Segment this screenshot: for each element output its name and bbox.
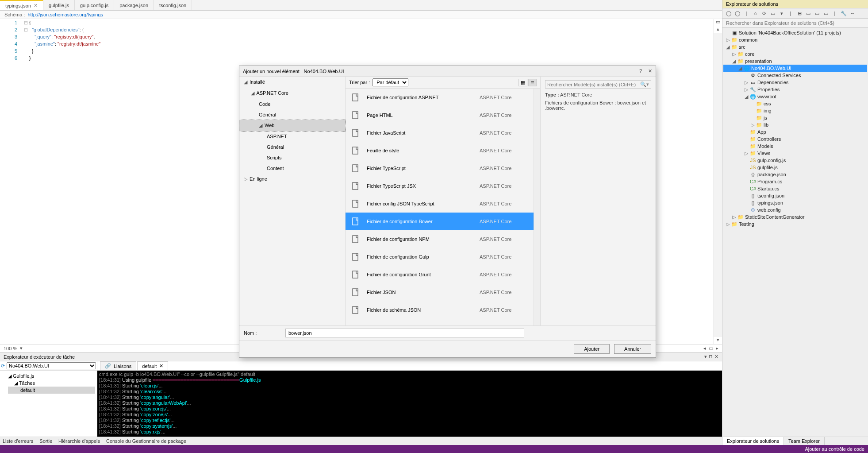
sx-view-icon[interactable]: ▭	[822, 10, 830, 17]
sx-showall-icon[interactable]: ▭	[769, 10, 776, 17]
bottom-tab[interactable]: Sortie	[39, 438, 52, 444]
dialog-installed-header[interactable]: ◢ Installé	[239, 77, 345, 88]
scroll-down-icon[interactable]: ▾	[714, 337, 722, 344]
template-search-input[interactable]	[547, 82, 640, 87]
solution-search-input[interactable]	[722, 19, 868, 27]
solution-tree-node[interactable]: ▷📁Views	[723, 150, 867, 157]
editor-tab[interactable]: package.json	[114, 0, 154, 10]
solution-tree-node[interactable]: ▷🔧Properties	[723, 86, 867, 93]
template-item[interactable]: Page HTMLASP.NET Core	[346, 106, 534, 124]
view-medium-icon[interactable]: ▦	[518, 79, 527, 86]
solution-tree-node[interactable]: {}package.json	[723, 171, 867, 178]
solution-search[interactable]	[722, 19, 868, 28]
task-tab[interactable]: 🔗Liaisons	[100, 361, 136, 370]
dialog-category[interactable]: ◢ ASP.NET Core	[239, 88, 345, 99]
solution-tree-node[interactable]: 📁css	[723, 100, 867, 107]
sx-refresh-icon[interactable]: ▭	[814, 10, 821, 17]
dialog-category[interactable]: Content	[239, 163, 345, 174]
scroll-split-icon[interactable]: ▭	[714, 19, 722, 26]
solution-tree-node[interactable]: ▷📁StaticSiteContentGenerator	[723, 213, 867, 221]
solution-tree-node[interactable]: 📁Models	[723, 143, 867, 150]
task-tree-node[interactable]: ◢ Tâches	[8, 379, 95, 387]
sx-fwd-icon[interactable]: ◯	[734, 10, 741, 17]
tab-close-icon[interactable]: ✕	[34, 3, 38, 8]
editor-tab[interactable]: gulp.config.js	[75, 0, 114, 10]
dialog-category[interactable]: ASP.NET	[239, 131, 345, 142]
zoom-nav-icon[interactable]: ▭	[709, 345, 713, 351]
task-tree-node[interactable]: default	[8, 387, 95, 394]
task-tree-node[interactable]: ◢ Gulpfile.js	[8, 372, 95, 379]
sx-wrench-icon[interactable]: 🔧	[840, 10, 847, 17]
dialog-category[interactable]: Général	[239, 142, 345, 152]
sx-sync-icon[interactable]: ⟳	[760, 10, 768, 17]
name-input[interactable]	[285, 329, 524, 337]
template-item[interactable]: Fichier de configuration NPMASP.NET Core	[346, 230, 534, 248]
window-close-icon[interactable]: ✕	[714, 354, 718, 360]
solution-tree-node[interactable]: ▣Solution 'No404BackOfficeSolution' (11 …	[723, 29, 867, 36]
dialog-list-scrollbar[interactable]	[534, 89, 540, 325]
solution-tree-node[interactable]: ▷📁lib	[723, 121, 867, 128]
template-item[interactable]: Fichier config JSON TypeScriptASP.NET Co…	[346, 195, 534, 213]
solution-tree-node[interactable]: ▷📁core	[723, 50, 867, 58]
editor-tab[interactable]: gulpfile.js	[43, 0, 75, 10]
solution-tree-node[interactable]: {}typings.json	[723, 199, 867, 206]
sx-home-icon[interactable]: ⌂	[752, 10, 759, 17]
dialog-category[interactable]: Code	[239, 99, 345, 109]
solution-tree-node[interactable]: ◢🌐wwwroot	[723, 93, 867, 100]
window-pin-icon[interactable]: ⊓	[709, 354, 713, 360]
cancel-button[interactable]: Annuler	[614, 344, 651, 354]
template-item[interactable]: Fichier TypeScript JSXASP.NET Core	[346, 177, 534, 195]
dialog-online-header[interactable]: ▷ En ligne	[239, 174, 345, 185]
bottom-tab[interactable]: Liste d'erreurs	[3, 438, 33, 444]
solution-bottom-tab[interactable]: Team Explorer	[784, 437, 825, 445]
solution-tree-node[interactable]: 📁App	[723, 128, 867, 136]
solution-tree-node[interactable]: ▷📁Testing	[723, 221, 867, 228]
solution-bottom-tab[interactable]: Explorateur de solutions	[722, 437, 784, 445]
sx-back-icon[interactable]: ◯	[725, 10, 732, 17]
add-button[interactable]: Ajouter	[574, 344, 610, 354]
solution-tree-node[interactable]: ◢📁src	[723, 43, 867, 50]
template-item[interactable]: Fichier JavaScriptASP.NET Core	[346, 124, 534, 142]
solution-tree-node[interactable]: ◢🌐No404.BO.Web.UI	[723, 65, 867, 72]
template-item[interactable]: Fichier de configuration BowerASP.NET Co…	[346, 213, 534, 230]
solution-tree-node[interactable]: {}tsconfig.json	[723, 192, 867, 199]
solution-tree-node[interactable]: ⚙web.config	[723, 206, 867, 213]
dialog-help-icon[interactable]: ?	[639, 68, 642, 74]
dialog-category[interactable]: Général	[239, 109, 345, 120]
window-dropdown-icon[interactable]: ▾	[704, 354, 707, 360]
bottom-tab[interactable]: Hiérarchie d'appels	[58, 438, 100, 444]
zoom-nav-right-icon[interactable]: ▸	[716, 345, 718, 351]
template-item[interactable]: Fichier de configuration GulpASP.NET Cor…	[346, 248, 534, 266]
template-item[interactable]: Feuille de styleASP.NET Core	[346, 142, 534, 159]
solution-tree-node[interactable]: C#Program.cs	[723, 178, 867, 185]
dialog-category[interactable]: ◢ Web	[239, 120, 345, 131]
solution-tree-node[interactable]: ▷📁common	[723, 36, 867, 43]
template-item[interactable]: Fichier TypeScriptASP.NET Core	[346, 159, 534, 177]
zoom-nav-left-icon[interactable]: ◂	[703, 345, 706, 351]
solution-tree-node[interactable]: 📁js	[723, 114, 867, 121]
sx-props-icon[interactable]: ▭	[805, 10, 812, 17]
solution-tree-node[interactable]: ▷▭Dependencies	[723, 79, 867, 86]
solution-tree-node[interactable]: 📁img	[723, 107, 867, 114]
solution-tree-node[interactable]: JSgulpfile.js	[723, 164, 867, 171]
task-project-select[interactable]: No404.BO.Web.UI	[7, 362, 96, 369]
sort-select[interactable]: Par défaut	[373, 78, 408, 86]
search-icon[interactable]: 🔍	[640, 81, 646, 87]
scroll-up-icon[interactable]: ▴	[714, 26, 722, 33]
editor-tab[interactable]: tsconfig.json	[154, 0, 192, 10]
template-item[interactable]: Fichier de configuration ASP.NETASP.NET …	[346, 89, 534, 106]
dialog-category[interactable]: Scripts	[239, 152, 345, 163]
template-item[interactable]: Fichier de schéma JSONASP.NET Core	[346, 301, 534, 319]
search-dropdown-icon[interactable]: ▾	[646, 81, 649, 87]
bottom-tab[interactable]: Console du Gestionnaire de package	[106, 438, 186, 444]
view-list-icon[interactable]: ≣	[528, 79, 537, 86]
solution-tree-node[interactable]: C#Startup.cs	[723, 185, 867, 192]
schema-url[interactable]: http://json.schemastore.org/typings	[27, 12, 103, 17]
dialog-close-icon[interactable]: ✕	[648, 68, 652, 74]
template-item[interactable]: Fichier de configuration GruntASP.NET Co…	[346, 266, 534, 283]
task-tab[interactable]: default ✕	[137, 361, 168, 370]
sx-diff-icon[interactable]: ↔	[849, 10, 856, 17]
sx-collapse-icon[interactable]: ⊟	[796, 10, 803, 17]
editor-tab[interactable]: typings.json✕	[0, 0, 43, 10]
solution-tree-node[interactable]: JSgulp.config.js	[723, 157, 867, 164]
